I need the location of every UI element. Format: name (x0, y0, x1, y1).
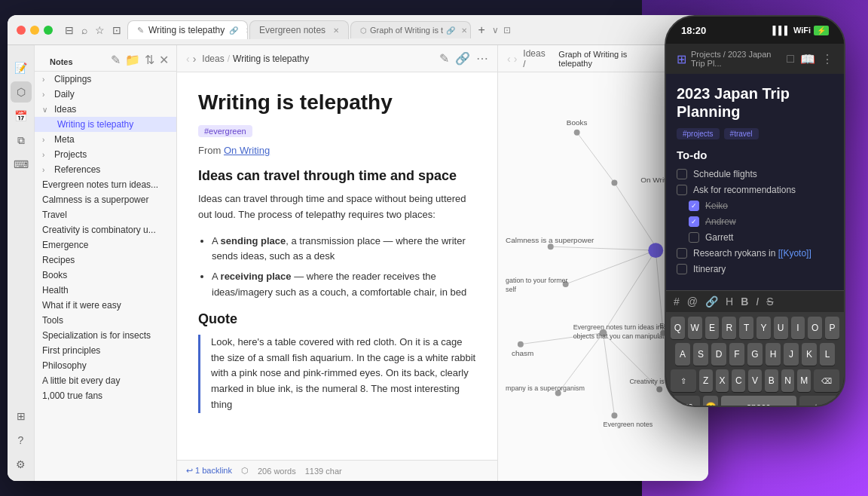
toolbar-tag-icon[interactable]: # (674, 295, 680, 308)
toolbar-at-icon[interactable]: @ (687, 295, 698, 308)
todo-ryokans-checkbox[interactable] (677, 248, 687, 259)
graph-back-arrow[interactable]: ‹ (507, 53, 511, 65)
tree-meta[interactable]: › Meta (35, 132, 176, 147)
key-return[interactable]: return (799, 396, 837, 407)
from-link[interactable]: On Writing (224, 145, 270, 156)
new-tab-button[interactable]: + (472, 21, 491, 39)
todo-keiko-checkbox[interactable]: ✓ (689, 201, 699, 211)
key-delete[interactable]: ⌫ (814, 369, 839, 392)
tab-evergreen-close[interactable]: ✕ (333, 26, 339, 35)
graph-tab-close[interactable]: ✕ (461, 26, 467, 35)
key-j[interactable]: J (784, 343, 799, 366)
key-v[interactable]: V (748, 369, 762, 392)
key-z[interactable]: Z (699, 369, 713, 392)
tree-calmness[interactable]: Calmness is a superpower (35, 192, 176, 207)
key-space[interactable]: space (721, 396, 796, 407)
key-y[interactable]: Y (756, 317, 771, 339)
key-w[interactable]: W (688, 317, 702, 339)
forward-arrow[interactable]: › (193, 53, 197, 65)
key-shift[interactable]: ⇧ (671, 369, 696, 392)
sidebar-icon-star[interactable]: ⊞ (11, 406, 32, 427)
key-o[interactable]: O (808, 317, 822, 339)
back-arrow[interactable]: ‹ (186, 53, 190, 65)
todo-itinerary-checkbox[interactable] (677, 264, 687, 274)
key-f[interactable]: F (729, 343, 744, 366)
tab-close-icon[interactable]: ✕ (246, 26, 248, 35)
key-q[interactable]: Q (671, 317, 685, 339)
sort-icon[interactable]: ⇅ (145, 53, 154, 67)
graph-forward-arrow[interactable]: › (514, 53, 518, 65)
tab-evergreen[interactable]: Evergreen notes ✕ (249, 20, 349, 39)
tree-daily[interactable]: › Daily (35, 87, 176, 102)
node-evergreen-notes[interactable] (611, 412, 617, 418)
close-button[interactable] (17, 26, 26, 35)
key-r[interactable]: R (722, 317, 736, 339)
key-g[interactable]: G (747, 343, 763, 366)
tree-writing-telepathy[interactable]: Writing is telepathy (35, 117, 176, 132)
tab-dropdown[interactable]: ∨ (492, 25, 499, 35)
window-split-icon[interactable]: ⊡ (503, 25, 511, 35)
toolbar-strike-icon[interactable]: S (766, 295, 773, 308)
note-tag[interactable]: #evergreen (198, 125, 252, 137)
key-b[interactable]: B (765, 369, 778, 392)
tree-evergreen-ideas[interactable]: Evergreen notes turn ideas... (35, 177, 176, 192)
sidebar-icon-help[interactable]: ? (11, 430, 32, 451)
sidebar-icon-graph[interactable]: ⬡ (11, 81, 32, 103)
key-emoji[interactable]: 🙂 (703, 396, 718, 407)
tree-references[interactable]: › References (35, 162, 176, 177)
key-e[interactable]: E (705, 317, 720, 339)
sidebar-close-icon[interactable]: ✕ (159, 53, 169, 67)
tree-easy[interactable]: What if it were easy (35, 298, 176, 313)
tree-fans[interactable]: 1,000 true fans (35, 388, 176, 403)
phone-layout-icon[interactable]: □ (787, 52, 794, 66)
toolbar-heading-icon[interactable]: H (726, 295, 733, 308)
tree-emergence[interactable]: Emergence (35, 237, 176, 253)
key-n[interactable]: N (781, 369, 795, 392)
toolbar-link-icon[interactable]: 🔗 (705, 295, 718, 308)
key-x[interactable]: X (716, 369, 729, 392)
node-writing-telepathy[interactable] (648, 243, 663, 258)
layout-icon[interactable]: ⊡ (112, 24, 121, 36)
tab-writing[interactable]: ✎ Writing is telepathy 🔗 ✕ (127, 20, 248, 39)
sidebar-icon-notes[interactable]: 📝 (11, 57, 32, 78)
key-s[interactable]: S (693, 343, 708, 366)
key-t[interactable]: T (739, 317, 753, 339)
tree-specialization[interactable]: Specialization is for insects (35, 328, 176, 343)
todo-schedule-checkbox[interactable] (677, 169, 687, 179)
key-k[interactable]: K (802, 343, 817, 366)
phone-book-icon[interactable]: 📖 (800, 52, 815, 66)
key-d[interactable]: D (711, 343, 726, 366)
node-creativity[interactable] (656, 386, 662, 392)
toolbar-bold-icon[interactable]: B (741, 295, 748, 308)
tree-health[interactable]: Health (35, 283, 176, 298)
node-chasm[interactable] (518, 341, 524, 348)
tree-projects[interactable]: › Projects (35, 147, 176, 162)
key-h[interactable]: H (766, 343, 781, 366)
tree-philosophy[interactable]: Philosophy (35, 358, 176, 373)
search-icon[interactable]: ⌕ (81, 24, 87, 36)
fullscreen-button[interactable] (44, 26, 53, 35)
key-a[interactable]: A (675, 343, 690, 366)
sidebar-icon-calendar[interactable]: 📅 (11, 106, 32, 127)
tree-travel[interactable]: Travel (35, 207, 176, 222)
key-l[interactable]: L (820, 343, 835, 366)
phone-more-icon[interactable]: ⋮ (821, 52, 833, 66)
link-icon[interactable]: 🔗 (455, 51, 470, 66)
key-u[interactable]: U (774, 317, 788, 339)
backlinks-count[interactable]: ↩ 1 backlink (186, 466, 232, 476)
tree-clippings[interactable]: › Clippings (35, 72, 176, 87)
key-i[interactable]: I (791, 317, 805, 339)
key-c[interactable]: C (732, 369, 745, 392)
tree-tools[interactable]: Tools (35, 313, 176, 328)
sidebar-icon-settings[interactable]: ⚙ (11, 454, 32, 475)
breadcrumb-ideas[interactable]: Ideas (202, 54, 224, 64)
sidebar-icon-terminal[interactable]: ⌨ (11, 154, 32, 175)
toolbar-italic-icon[interactable]: I (756, 295, 759, 308)
tree-recipes[interactable]: Recipes (35, 253, 176, 268)
minimize-button[interactable] (30, 26, 39, 35)
tree-daily-bit[interactable]: A little bit every day (35, 373, 176, 388)
tree-creativity[interactable]: Creativity is combinatory u... (35, 222, 176, 237)
more-icon[interactable]: ⋯ (476, 51, 488, 66)
graph-breadcrumb-prefix[interactable]: Ideas / (523, 48, 549, 69)
edit-icon[interactable]: ✎ (439, 51, 449, 66)
